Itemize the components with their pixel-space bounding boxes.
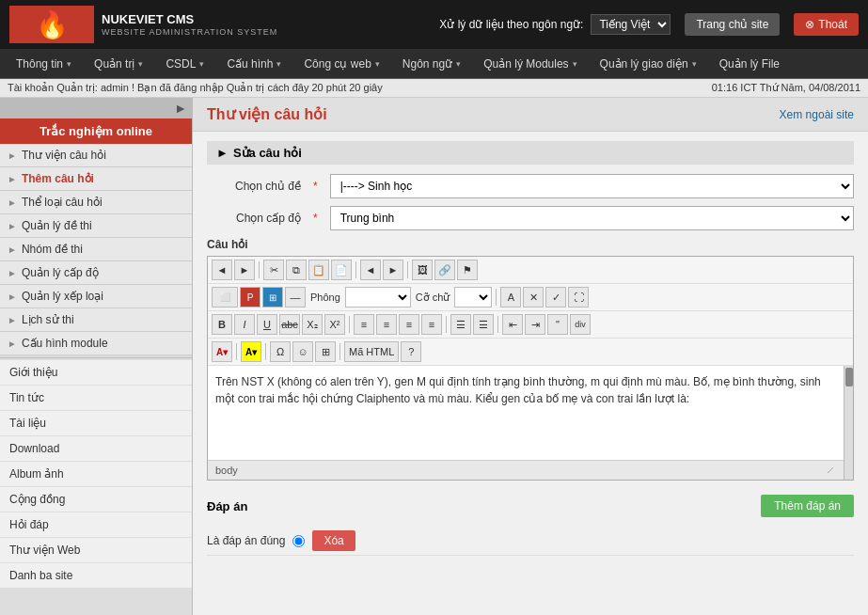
nav-quan-ly-modules[interactable]: Quản lý Modules ▾ [472, 49, 588, 79]
tb-paste-plain-btn[interactable]: 📄 [331, 260, 352, 280]
level-select[interactable]: Trung bình [330, 206, 854, 230]
tb-quote-btn[interactable]: " [547, 314, 568, 335]
tb-paste-btn[interactable]: 📋 [308, 260, 329, 280]
tb-div-btn[interactable]: div [570, 314, 591, 335]
nav-quan-tri-arrow: ▾ [138, 59, 143, 69]
tb-spell-btn[interactable]: ✓ [545, 287, 566, 308]
tb-style-btn[interactable]: A [500, 287, 521, 308]
tb-sep-1 [259, 261, 260, 278]
tb-align-left-btn[interactable]: ≡ [354, 314, 374, 335]
tb-help-btn[interactable]: ? [401, 341, 421, 362]
sidebar-group-tin-tuc[interactable]: Tin tức [0, 386, 192, 411]
lang-label: Xử lý dữ liệu theo ngôn ngữ: [439, 18, 583, 31]
tb-link-btn[interactable]: 🔗 [434, 260, 455, 280]
tb-sup-btn[interactable]: X² [324, 314, 345, 335]
nav-quan-ly-giao-dien[interactable]: Quản lý giao diện ▾ [589, 49, 708, 79]
content-title: Thư viện câu hỏi [207, 105, 327, 123]
nav-thong-tin[interactable]: Thông tin ▾ [5, 49, 83, 79]
sidebar-label-3: Quản lý đề thi [22, 219, 92, 232]
sidebar-item-cau-hinh-module[interactable]: ► Cấu hình module [0, 332, 192, 355]
sidebar-group-thu-vien-web[interactable]: Thư viện Web [0, 538, 192, 563]
sidebar-group-gioi-thieu[interactable]: Giới thiệu [0, 360, 192, 386]
nav-quan-ly-modules-label: Quản lý Modules [483, 57, 568, 71]
external-link[interactable]: Xem ngoài site [780, 108, 854, 121]
tb-align-justify-btn[interactable]: ≡ [421, 314, 442, 335]
tb-undo-btn[interactable]: ◄ [212, 260, 232, 280]
nav-csdl[interactable]: CSDL ▾ [154, 49, 215, 79]
tb-bold-btn[interactable]: B [212, 314, 232, 335]
nav-quan-tri[interactable]: Quản trị ▾ [83, 49, 154, 79]
tb-emoji-btn[interactable]: ☺ [292, 341, 313, 362]
toolbar-row-3: B I U abc X₂ X² ≡ ≡ ≡ ≡ ☰ ☰ ⇤ ⇥ [208, 311, 853, 339]
tb-strike-btn[interactable]: abc [279, 314, 300, 335]
tb-ma-html-btn[interactable]: Mã HTML [344, 341, 399, 362]
sidebar-toggle[interactable]: ► [0, 98, 192, 118]
lang-select[interactable]: Tiếng Việt [591, 14, 671, 35]
nav-ngon-ngu-arrow: ▾ [456, 59, 461, 69]
tb-underline-btn[interactable]: U [257, 314, 277, 335]
nav-cong-cu-web[interactable]: Công cụ web ▾ [292, 49, 390, 79]
tb-sub-btn[interactable]: X₂ [302, 314, 323, 335]
nav-cau-hinh[interactable]: Cấu hình ▾ [215, 49, 292, 79]
font-select[interactable] [345, 287, 411, 308]
tb-format-block-btn[interactable]: P [240, 287, 260, 308]
editor-text-area[interactable]: Trên NST X (không có alen trên Y), gen M… [208, 366, 844, 460]
sidebar-item-lich-su-thi[interactable]: ► Lịch sử thi [0, 308, 192, 332]
tb-image-btn[interactable]: 🖼 [412, 260, 433, 280]
tb-copy-btn[interactable]: ⧉ [286, 260, 307, 280]
scroll-thumb [845, 368, 853, 386]
sidebar-item-nhom-de-thi[interactable]: ► Nhóm đề thi [0, 238, 192, 261]
sidebar-label-0: Thư viện câu hỏi [22, 149, 106, 162]
tb-align-center-btn[interactable]: ≡ [376, 314, 397, 335]
answer-section-label: Đáp án [207, 499, 247, 513]
content-body: ► Sửa câu hỏi Chọn chủ đề * |----> Sinh … [193, 132, 868, 565]
tb-indent-btn[interactable]: ⇥ [525, 314, 545, 335]
add-answer-button[interactable]: Thêm đáp án [761, 495, 854, 517]
tb-list-ol-btn[interactable]: ☰ [473, 314, 494, 335]
sidebar-group-hoi-dap[interactable]: Hỏi đáp [0, 512, 192, 538]
tb-list-ul-btn[interactable]: ☰ [450, 314, 471, 335]
sidebar-item-quan-ly-cap-do[interactable]: ► Quản lý cấp độ [0, 261, 192, 285]
sidebar-item-quan-ly-de-thi[interactable]: ► Quản lý đề thi [0, 214, 192, 238]
tb-redo-btn[interactable]: ► [234, 260, 255, 280]
sidebar-group-tai-lieu[interactable]: Tài liệu [0, 411, 192, 436]
sidebar-groups: Giới thiệu Tin tức Tài liệu Download Alb… [0, 360, 192, 589]
status-right: 01:16 ICT Thứ Năm, 04/08/2011 [712, 82, 860, 94]
tb-omega-btn[interactable]: Ω [270, 341, 291, 362]
tb-bgcolor-btn[interactable]: A▾ [241, 341, 261, 362]
tb-source-btn[interactable]: ⬜ [212, 287, 238, 308]
size-select[interactable] [454, 287, 492, 308]
answer-radio[interactable] [292, 535, 305, 547]
sidebar-item-thu-vien-cau-hoi[interactable]: ► Thư viện câu hỏi [0, 144, 192, 167]
nav-ngon-ngu-label: Ngôn ngữ [402, 57, 452, 71]
sidebar-item-them-cau-hoi[interactable]: ► Thêm câu hỏi [0, 167, 192, 191]
delete-answer-button[interactable]: Xóa [312, 530, 355, 551]
tb-hr-btn[interactable]: — [285, 287, 306, 308]
tb-right-btn[interactable]: ► [383, 260, 403, 280]
tb-fullscreen-btn[interactable]: ⛶ [568, 287, 589, 308]
editor-resize-handle[interactable]: ⟋ [825, 464, 836, 477]
tb-fontcolor-btn[interactable]: A▾ [212, 341, 232, 362]
tb-special-btn[interactable]: ⊞ [315, 341, 336, 362]
logout-button[interactable]: ⊗ Thoát [794, 13, 859, 36]
sidebar-item-quan-ly-xep-loai[interactable]: ► Quản lý xếp loại [0, 285, 192, 308]
editor-scrollbar[interactable] [844, 366, 853, 480]
tb-cut-btn[interactable]: ✂ [263, 260, 284, 280]
tb-outdent-btn[interactable]: ⇤ [502, 314, 523, 335]
tb-left-btn[interactable]: ◄ [360, 260, 381, 280]
sidebar-item-the-loai-cau-hoi[interactable]: ► Thể loại câu hỏi [0, 191, 192, 214]
nav-ngon-ngu[interactable]: Ngôn ngữ ▾ [391, 49, 472, 79]
sidebar-group-danh-ba-site[interactable]: Danh ba site [0, 563, 192, 589]
tb-flag-btn[interactable]: ⚑ [457, 260, 478, 280]
tb-sep-5 [349, 316, 350, 333]
sidebar-group-download[interactable]: Download [0, 436, 192, 462]
tb-table-btn[interactable]: ⊞ [262, 287, 283, 308]
tb-align-right-btn[interactable]: ≡ [399, 314, 419, 335]
sidebar-group-album-anh[interactable]: Album ảnh [0, 462, 192, 487]
tb-italic-btn[interactable]: I [234, 314, 255, 335]
nav-quan-ly-file[interactable]: Quản lý File [708, 49, 791, 79]
sidebar-group-cong-dong[interactable]: Cộng đồng [0, 487, 192, 512]
subject-select[interactable]: |----> Sinh học [330, 174, 854, 198]
home-button[interactable]: Trang chủ site [685, 13, 780, 36]
tb-remove-btn[interactable]: ✕ [523, 287, 544, 308]
